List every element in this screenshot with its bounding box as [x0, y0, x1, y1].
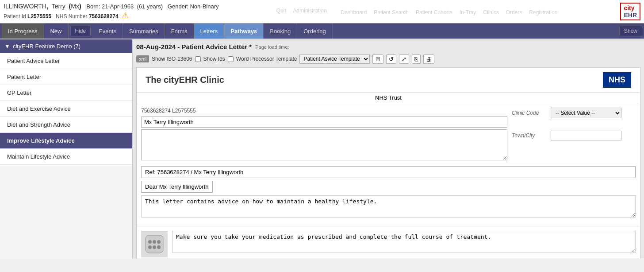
svg-point-3 — [157, 240, 161, 244]
xml-button[interactable]: xml — [136, 55, 149, 62]
address-textarea[interactable] — [141, 129, 507, 160]
dob-label: Born: — [86, 3, 100, 10]
sidebar-item-label: Patient Advice Letter — [7, 58, 60, 64]
patient-name: ILLINGWORTH, Terry (Mx) Born: 21-Apr-196… — [4, 3, 218, 10]
medication-text-area[interactable]: Make sure you take your medication as pr… — [172, 231, 636, 253]
town-city-row: Town/City — [512, 131, 636, 140]
logo-ehr: EHR — [624, 12, 637, 19]
sidebar-dropdown-icon: ▼ — [4, 43, 10, 50]
clinic-code-label: Clinic Code — [512, 110, 547, 116]
sidebar-item-label: GP Letter — [7, 89, 31, 96]
show-iso-checkbox[interactable] — [195, 56, 201, 62]
letter-header: The cityEHR Clinic NHS — [137, 68, 640, 93]
copy-icon-btn[interactable]: ⎘ — [412, 54, 421, 64]
refresh-icon-btn[interactable]: ↺ — [386, 54, 396, 64]
patient-cohorts-link[interactable]: Patient Cohorts — [416, 9, 452, 16]
toolbar-row: xml Show ISO-13606 Show Ids Word Process… — [136, 54, 640, 64]
page-load-label: Page load time: — [255, 44, 289, 50]
letter-frame: The cityEHR Clinic NHS NHS Trust 7563628… — [136, 67, 640, 258]
top-nav-links: Quit Administration Dashboard Patient Se… — [276, 8, 558, 16]
in-tray-link[interactable]: In-Tray — [460, 9, 476, 16]
content-area: 08-Aug-2024 - Patient Advice Letter * Pa… — [133, 39, 644, 258]
logo-city: city — [624, 4, 634, 12]
hide-button[interactable]: Hide — [70, 26, 91, 36]
patient-name-field[interactable] — [141, 117, 507, 128]
sidebar: ▼ cityEHR Feature Demo (7) Patient Advic… — [0, 39, 133, 258]
word-processor-label: Word Processor Template — [236, 56, 297, 62]
patient-prefix: Mx — [71, 3, 79, 10]
main-area: ▼ cityEHR Feature Demo (7) Patient Advic… — [0, 39, 644, 258]
patient-gender: Non-Binary — [190, 3, 218, 10]
tab-events[interactable]: Events — [92, 23, 123, 39]
patient-search-link[interactable]: Patient Search — [374, 9, 409, 16]
address-left: 7563628274 L2575555 — [141, 108, 507, 162]
dear-line: Dear Mx Terry Illingworth — [141, 181, 213, 193]
medication-icon — [141, 231, 168, 257]
patient-first-name: Terry — [52, 3, 65, 10]
administration-link[interactable]: Administration — [293, 8, 327, 16]
sidebar-item-gp-letter[interactable]: GP Letter — [0, 85, 132, 101]
dashboard-link[interactable]: Dashboard — [341, 9, 367, 16]
svg-point-5 — [153, 245, 156, 249]
print-icon-btn[interactable]: 🖨 — [423, 54, 434, 64]
sidebar-item-improve-lifestyle[interactable]: Improve Lifestyle Advice — [0, 133, 132, 149]
show-button[interactable]: Show — [619, 26, 642, 36]
ref-line: Ref: 7563628274 / Mx Terry Illingworth — [141, 166, 636, 178]
tab-forms[interactable]: Forms — [165, 23, 194, 39]
orders-link[interactable]: Orders — [506, 9, 522, 16]
patient-info-block: ILLINGWORTH, Terry (Mx) Born: 21-Apr-196… — [4, 3, 218, 20]
show-ids-checkbox[interactable] — [228, 56, 234, 62]
medication-svg — [143, 233, 165, 255]
nhs-trust: NHS Trust — [137, 93, 640, 103]
letter-intro-textarea[interactable]: This letter contains advice on how to ma… — [141, 195, 636, 218]
tab-new[interactable]: New — [44, 23, 68, 39]
sidebar-item-diet-exercise[interactable]: Diet and Exercise Advice — [0, 101, 132, 117]
expand-icon-btn[interactable]: ⤢ — [399, 54, 409, 64]
sidebar-header-label: cityEHR Feature Demo (7) — [13, 43, 80, 50]
registration-link[interactable]: Registration — [529, 9, 557, 16]
sidebar-item-maintain-lifestyle[interactable]: Maintain Lifestyle Advice — [0, 149, 132, 165]
sidebar-item-label: Diet and Strength Advice — [7, 121, 70, 128]
svg-point-6 — [157, 245, 161, 249]
tab-ordering[interactable]: Ordering — [297, 23, 333, 39]
show-ids-label: Show Ids — [203, 56, 225, 62]
gender-label: Gender: — [168, 3, 188, 10]
tab-booking[interactable]: Booking — [264, 23, 297, 39]
clinic-name: The cityEHR Clinic — [146, 75, 224, 85]
patient-header: ILLINGWORTH, Terry (Mx) Born: 21-Apr-196… — [0, 0, 644, 23]
svg-point-1 — [148, 240, 152, 244]
sidebar-header[interactable]: ▼ cityEHR Feature Demo (7) — [0, 39, 132, 53]
nhs-number-value: 7563628274 — [89, 13, 119, 19]
tab-summaries[interactable]: Summaries — [123, 23, 165, 39]
patient-last-name: ILLINGWORTH — [4, 3, 46, 10]
show-iso-label: Show ISO-13606 — [152, 56, 192, 62]
nhs-logo: NHS — [603, 72, 631, 88]
patient-id-value: L2575555 — [27, 13, 51, 19]
tab-bar: In Progress New Hide Events Summaries Fo… — [0, 23, 644, 39]
svg-rect-0 — [146, 235, 163, 253]
patient-ref-id: 7563628274 L2575555 — [141, 108, 507, 114]
sidebar-item-patient-advice-letter[interactable]: Patient Advice Letter — [0, 53, 132, 69]
tab-letters[interactable]: Letters — [194, 23, 225, 39]
patient-id-label: Patient Id — [4, 13, 26, 19]
clinic-code-select[interactable]: -- Select Value -- — [551, 108, 621, 118]
template-select[interactable]: Patient Asvice Template — [299, 54, 370, 64]
letter-body: 7563628274 L2575555 Clinic Code -- Selec… — [137, 103, 640, 226]
page-icon-btn[interactable]: 🖹 — [372, 54, 383, 64]
quit-link[interactable]: Quit — [276, 8, 286, 16]
patient-address-section: 7563628274 L2575555 Clinic Code -- Selec… — [141, 108, 636, 162]
warning-icon: ⚠ — [122, 11, 129, 20]
patient-age: 61 years — [139, 3, 161, 10]
town-city-field[interactable] — [551, 131, 621, 140]
tab-in-progress[interactable]: In Progress — [2, 23, 44, 39]
sidebar-item-diet-strength[interactable]: Diet and Strength Advice — [0, 117, 132, 133]
sidebar-item-label: Diet and Exercise Advice — [7, 105, 71, 112]
cityehr-logo: city EHR — [620, 3, 640, 20]
nhs-label: NHS Number — [56, 13, 87, 19]
medication-section: Make sure you take your medication as pr… — [137, 226, 640, 258]
clinic-code-row: Clinic Code -- Select Value -- — [512, 108, 636, 118]
sidebar-item-patient-letter[interactable]: Patient Letter — [0, 69, 132, 85]
sidebar-item-label: Improve Lifestyle Advice — [7, 137, 75, 144]
tab-pathways[interactable]: Pathways — [224, 23, 264, 39]
clinics-link[interactable]: Clinics — [483, 9, 498, 16]
